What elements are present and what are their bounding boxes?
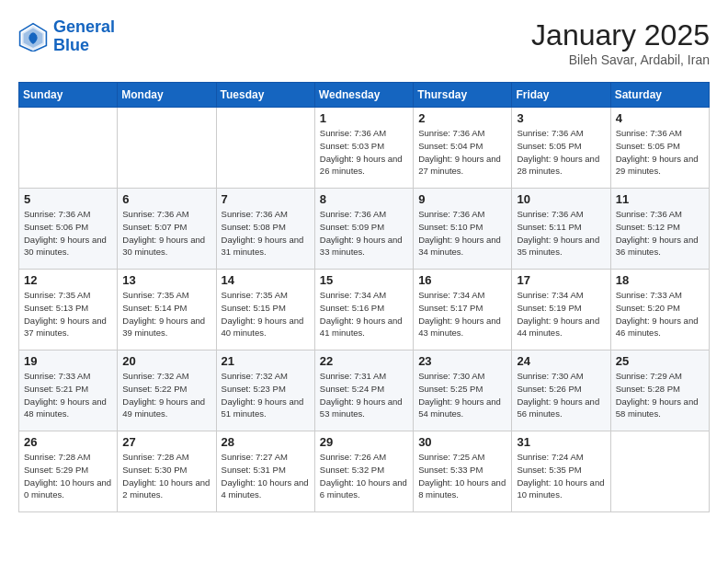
calendar-cell: 30Sunrise: 7:25 AMSunset: 5:33 PMDayligh… <box>414 431 512 512</box>
calendar-cell: 26Sunrise: 7:28 AMSunset: 5:29 PMDayligh… <box>19 431 118 512</box>
logo-line1: General <box>53 17 115 36</box>
calendar-cell: 12Sunrise: 7:35 AMSunset: 5:13 PMDayligh… <box>19 270 118 350</box>
calendar-cell: 6Sunrise: 7:36 AMSunset: 5:07 PMDaylight… <box>118 189 216 270</box>
week-row-5: 26Sunrise: 7:28 AMSunset: 5:29 PMDayligh… <box>19 431 710 512</box>
calendar-cell: 11Sunrise: 7:36 AMSunset: 5:12 PMDayligh… <box>610 189 709 270</box>
day-info: Sunrise: 7:34 AMSunset: 5:19 PMDaylight:… <box>517 289 605 339</box>
day-info: Sunrise: 7:35 AMSunset: 5:14 PMDaylight:… <box>122 289 210 339</box>
day-info: Sunrise: 7:25 AMSunset: 5:33 PMDaylight:… <box>418 451 506 501</box>
day-info: Sunrise: 7:36 AMSunset: 5:03 PMDaylight:… <box>320 127 408 178</box>
day-info: Sunrise: 7:33 AMSunset: 5:20 PMDaylight:… <box>616 289 704 339</box>
day-number: 11 <box>616 192 704 206</box>
day-info: Sunrise: 7:36 AMSunset: 5:04 PMDaylight:… <box>418 127 506 178</box>
weekday-header-thursday: Thursday <box>414 83 512 108</box>
week-row-4: 19Sunrise: 7:33 AMSunset: 5:21 PMDayligh… <box>19 350 710 431</box>
calendar-cell: 13Sunrise: 7:35 AMSunset: 5:14 PMDayligh… <box>118 270 216 350</box>
day-number: 15 <box>320 273 408 287</box>
day-number: 21 <box>222 354 310 368</box>
calendar-cell <box>610 431 709 512</box>
calendar-cell: 4Sunrise: 7:36 AMSunset: 5:05 PMDaylight… <box>610 108 709 189</box>
calendar-cell: 7Sunrise: 7:36 AMSunset: 5:08 PMDaylight… <box>216 189 314 270</box>
calendar-cell: 14Sunrise: 7:35 AMSunset: 5:15 PMDayligh… <box>216 270 314 350</box>
day-number: 26 <box>24 435 112 449</box>
day-number: 25 <box>616 354 704 368</box>
day-number: 28 <box>222 435 310 449</box>
day-number: 6 <box>122 192 210 206</box>
day-number: 12 <box>24 273 112 287</box>
day-number: 20 <box>122 354 210 368</box>
calendar-table: SundayMondayTuesdayWednesdayThursdayFrid… <box>18 82 710 512</box>
calendar-cell: 16Sunrise: 7:34 AMSunset: 5:17 PMDayligh… <box>414 270 512 350</box>
day-number: 29 <box>320 435 408 449</box>
day-info: Sunrise: 7:34 AMSunset: 5:16 PMDaylight:… <box>320 289 408 339</box>
calendar-cell: 29Sunrise: 7:26 AMSunset: 5:32 PMDayligh… <box>314 431 413 512</box>
calendar-cell <box>216 108 314 189</box>
calendar-cell: 22Sunrise: 7:31 AMSunset: 5:24 PMDayligh… <box>314 350 413 431</box>
calendar-cell: 18Sunrise: 7:33 AMSunset: 5:20 PMDayligh… <box>610 270 709 350</box>
calendar-cell: 31Sunrise: 7:24 AMSunset: 5:35 PMDayligh… <box>512 431 610 512</box>
day-info: Sunrise: 7:36 AMSunset: 5:12 PMDaylight:… <box>616 208 704 259</box>
calendar-cell: 25Sunrise: 7:29 AMSunset: 5:28 PMDayligh… <box>610 350 709 431</box>
day-number: 9 <box>418 192 506 206</box>
day-info: Sunrise: 7:28 AMSunset: 5:30 PMDaylight:… <box>122 451 210 501</box>
week-row-1: 1Sunrise: 7:36 AMSunset: 5:03 PMDaylight… <box>19 108 710 189</box>
logo-icon <box>18 22 48 52</box>
logo-text: General Blue <box>53 18 115 55</box>
day-number: 22 <box>320 354 408 368</box>
week-row-3: 12Sunrise: 7:35 AMSunset: 5:13 PMDayligh… <box>19 270 710 350</box>
day-number: 17 <box>517 273 605 287</box>
logo: General Blue <box>18 18 115 55</box>
calendar-cell: 19Sunrise: 7:33 AMSunset: 5:21 PMDayligh… <box>19 350 118 431</box>
day-info: Sunrise: 7:29 AMSunset: 5:28 PMDaylight:… <box>616 370 704 420</box>
day-number: 27 <box>122 435 210 449</box>
calendar-cell <box>118 108 216 189</box>
day-info: Sunrise: 7:32 AMSunset: 5:23 PMDaylight:… <box>222 370 310 420</box>
day-info: Sunrise: 7:36 AMSunset: 5:05 PMDaylight:… <box>616 127 704 178</box>
location: Bileh Savar, Ardabil, Iran <box>531 52 710 67</box>
day-number: 10 <box>517 192 605 206</box>
calendar-cell: 9Sunrise: 7:36 AMSunset: 5:10 PMDaylight… <box>414 189 512 270</box>
day-info: Sunrise: 7:27 AMSunset: 5:31 PMDaylight:… <box>222 451 310 501</box>
day-number: 23 <box>418 354 506 368</box>
day-number: 4 <box>616 111 704 125</box>
day-number: 30 <box>418 435 506 449</box>
calendar-cell: 20Sunrise: 7:32 AMSunset: 5:22 PMDayligh… <box>118 350 216 431</box>
day-info: Sunrise: 7:36 AMSunset: 5:07 PMDaylight:… <box>122 208 210 259</box>
page-header: General Blue January 2025 Bileh Savar, A… <box>18 18 710 67</box>
weekday-header-friday: Friday <box>512 83 610 108</box>
day-info: Sunrise: 7:30 AMSunset: 5:25 PMDaylight:… <box>418 370 506 420</box>
day-info: Sunrise: 7:28 AMSunset: 5:29 PMDaylight:… <box>24 451 112 501</box>
day-number: 13 <box>122 273 210 287</box>
day-number: 5 <box>24 192 112 206</box>
day-info: Sunrise: 7:24 AMSunset: 5:35 PMDaylight:… <box>517 451 605 501</box>
calendar-cell: 1Sunrise: 7:36 AMSunset: 5:03 PMDaylight… <box>314 108 413 189</box>
day-number: 8 <box>320 192 408 206</box>
weekday-header-monday: Monday <box>118 83 216 108</box>
calendar-cell: 24Sunrise: 7:30 AMSunset: 5:26 PMDayligh… <box>512 350 610 431</box>
title-block: January 2025 Bileh Savar, Ardabil, Iran <box>531 18 710 67</box>
logo-line2: Blue <box>53 36 89 54</box>
weekday-header-saturday: Saturday <box>610 83 709 108</box>
calendar-cell: 10Sunrise: 7:36 AMSunset: 5:11 PMDayligh… <box>512 189 610 270</box>
day-info: Sunrise: 7:31 AMSunset: 5:24 PMDaylight:… <box>320 370 408 420</box>
day-info: Sunrise: 7:36 AMSunset: 5:05 PMDaylight:… <box>517 127 605 178</box>
day-number: 1 <box>320 111 408 125</box>
calendar-cell: 17Sunrise: 7:34 AMSunset: 5:19 PMDayligh… <box>512 270 610 350</box>
day-number: 14 <box>222 273 310 287</box>
day-number: 2 <box>418 111 506 125</box>
weekday-header-row: SundayMondayTuesdayWednesdayThursdayFrid… <box>19 83 710 108</box>
day-number: 31 <box>517 435 605 449</box>
day-info: Sunrise: 7:36 AMSunset: 5:08 PMDaylight:… <box>222 208 310 259</box>
day-info: Sunrise: 7:36 AMSunset: 5:06 PMDaylight:… <box>24 208 112 259</box>
day-number: 24 <box>517 354 605 368</box>
day-info: Sunrise: 7:36 AMSunset: 5:11 PMDaylight:… <box>517 208 605 259</box>
day-info: Sunrise: 7:35 AMSunset: 5:15 PMDaylight:… <box>222 289 310 339</box>
day-number: 16 <box>418 273 506 287</box>
calendar-cell: 21Sunrise: 7:32 AMSunset: 5:23 PMDayligh… <box>216 350 314 431</box>
month-title: January 2025 <box>531 18 710 52</box>
weekday-header-tuesday: Tuesday <box>216 83 314 108</box>
day-info: Sunrise: 7:30 AMSunset: 5:26 PMDaylight:… <box>517 370 605 420</box>
day-info: Sunrise: 7:33 AMSunset: 5:21 PMDaylight:… <box>24 370 112 420</box>
calendar-cell: 27Sunrise: 7:28 AMSunset: 5:30 PMDayligh… <box>118 431 216 512</box>
week-row-2: 5Sunrise: 7:36 AMSunset: 5:06 PMDaylight… <box>19 189 710 270</box>
